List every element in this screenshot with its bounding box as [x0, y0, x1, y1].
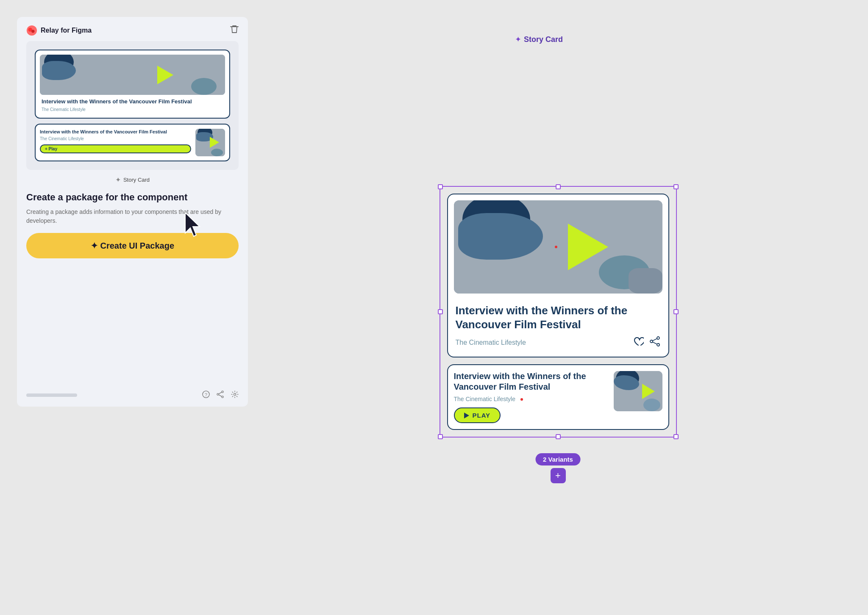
create-btn-label: ✦ Create UI Package — [91, 241, 174, 251]
component-label: ✦ Story Card — [17, 176, 248, 184]
right-card-subtitle-small: The Cinematic Lifestyle — [454, 396, 608, 402]
trash-icon[interactable] — [230, 25, 239, 36]
info-section: Create a package for the component Creat… — [17, 187, 248, 259]
card-title-small: Interview with the Winners of the Vancou… — [40, 129, 191, 135]
play-button-small[interactable]: + Play — [40, 144, 191, 153]
play-button-large[interactable]: PLAY — [454, 407, 501, 423]
right-thumb-triangle-icon — [642, 384, 655, 399]
svg-point-2 — [31, 30, 34, 33]
handle-mid-b[interactable] — [556, 434, 561, 439]
info-description: Creating a package adds information to y… — [26, 208, 239, 225]
right-panel: ✦ Story Card Interview with t — [248, 0, 868, 615]
svg-line-9 — [219, 395, 222, 396]
handle-mid-l[interactable] — [438, 309, 443, 314]
red-dot-marker — [555, 246, 557, 248]
svg-point-6 — [217, 393, 219, 395]
card-body-large: Interview with the Winners of the Vancou… — [40, 95, 225, 114]
card-action-icons — [633, 336, 661, 349]
add-variant-button[interactable]: + — [551, 468, 566, 483]
info-title: Create a package for the component — [26, 191, 239, 204]
red-dot-small — [520, 398, 523, 401]
play-btn-label: + Play — [45, 147, 57, 151]
panel-title-group: Relay for Figma — [26, 25, 92, 36]
footer-icons: ? — [202, 391, 239, 400]
svg-point-5 — [222, 391, 223, 393]
svg-text:?: ? — [205, 392, 207, 397]
card-subtitle-small: The Cinematic Lifestyle — [40, 136, 191, 141]
card-title-large: Interview with the Winners of the Vancou… — [42, 98, 223, 105]
diamond-icon: ✦ — [515, 35, 521, 44]
svg-point-11 — [657, 337, 659, 339]
right-card-content-small: Interview with the Winners of the Vancou… — [454, 371, 608, 423]
card-content-small: Interview with the Winners of the Vancou… — [40, 129, 191, 153]
right-card-thumb-small — [614, 371, 662, 411]
story-card-label-text: Story Card — [524, 35, 563, 44]
right-card-title-large: Interview with the Winners of the Vancou… — [456, 304, 661, 331]
play-triangle-small-icon — [210, 137, 219, 148]
right-card-image-large — [454, 200, 662, 294]
handle-mid-t[interactable] — [556, 184, 561, 189]
story-card-variant-small: Interview with the Winners of the Vancou… — [35, 124, 230, 161]
right-card-title-small: Interview with the Winners of the Vancou… — [454, 371, 608, 392]
story-card-variant-large: Interview with the Winners of the Vancou… — [35, 50, 230, 119]
svg-line-8 — [219, 392, 222, 394]
panel-title: Relay for Figma — [41, 27, 92, 34]
panel-footer: ? — [17, 385, 248, 407]
handle-tl[interactable] — [438, 184, 443, 189]
component-preview-area: Interview with the Winners of the Vancou… — [26, 41, 239, 170]
create-ui-package-button[interactable]: ✦ Create UI Package — [26, 233, 239, 258]
heart-icon[interactable] — [633, 336, 644, 349]
play-btn-triangle-icon — [464, 413, 469, 418]
story-card-component-label: ✦ Story Card — [515, 35, 563, 44]
right-story-card-small: Interview with the Winners of the Vancou… — [447, 364, 669, 430]
share-icon[interactable] — [217, 391, 224, 400]
play-triangle-icon — [157, 66, 173, 84]
relay-logo-icon — [26, 25, 37, 36]
svg-point-7 — [222, 396, 223, 398]
selection-box: Interview with the Winners of the Vancou… — [440, 186, 677, 438]
settings-icon[interactable] — [231, 391, 239, 400]
right-story-card-large: Interview with the Winners of the Vancou… — [447, 194, 669, 357]
card-thumb-small — [195, 129, 225, 156]
handle-mid-r[interactable] — [673, 309, 679, 314]
handle-tr[interactable] — [673, 184, 679, 189]
svg-point-12 — [650, 340, 653, 343]
svg-point-13 — [657, 344, 659, 346]
card-image-large — [40, 55, 225, 95]
share-card-icon[interactable] — [650, 336, 661, 349]
right-card-footer: The Cinematic Lifestyle — [456, 336, 661, 349]
svg-point-10 — [234, 393, 236, 396]
variants-badge: 2 Variants — [535, 453, 581, 465]
play-btn-large-label: PLAY — [473, 412, 491, 419]
right-card-body-large: Interview with the Winners of the Vancou… — [454, 300, 662, 351]
component-label-text: Story Card — [123, 177, 150, 183]
scrollbar-track — [26, 393, 77, 397]
help-icon[interactable]: ? — [202, 391, 210, 400]
svg-line-14 — [653, 339, 657, 341]
svg-line-15 — [653, 342, 657, 344]
sparkle-icon: ✦ — [115, 176, 121, 184]
handle-bl[interactable] — [438, 434, 443, 439]
right-card-subtitle-large: The Cinematic Lifestyle — [456, 339, 526, 346]
panel-header: Relay for Figma — [17, 17, 248, 41]
handle-br[interactable] — [673, 434, 679, 439]
right-play-triangle-icon — [568, 224, 608, 270]
card-subtitle-large: The Cinematic Lifestyle — [42, 107, 223, 112]
left-panel: Relay for Figma Interview with the Winne… — [17, 17, 248, 407]
